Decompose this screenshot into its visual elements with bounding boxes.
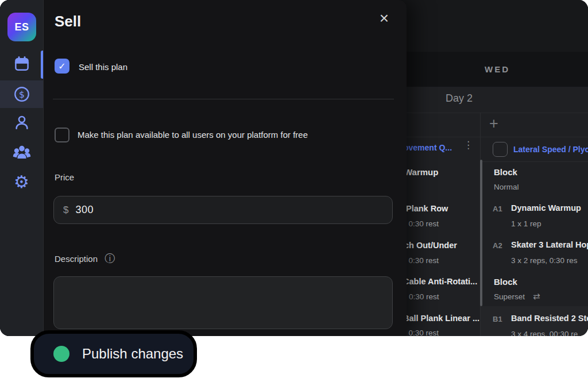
exercise-name[interactable]: Skater 3 Lateral Hop xyxy=(511,240,588,249)
svg-text:$: $ xyxy=(19,90,25,100)
info-icon[interactable]: ⓘ xyxy=(105,253,115,264)
sidebar-item-calendar[interactable] xyxy=(0,50,43,78)
sidebar-item-teams[interactable] xyxy=(0,138,43,166)
right-workout-title[interactable]: Lateral Speed / Plyo xyxy=(513,145,588,154)
right-card-header-border xyxy=(481,161,588,162)
status-dot xyxy=(53,346,69,362)
gear-icon: ⚙ xyxy=(14,173,29,191)
price-field-container: $ xyxy=(53,196,393,224)
left-workout-title[interactable]: ovement Q... xyxy=(404,143,452,152)
publish-changes-button[interactable]: Publish changes xyxy=(30,330,197,377)
exercise-tag: A1 xyxy=(493,204,502,213)
block-type: Normal xyxy=(494,183,519,191)
free-plan-label: Make this plan available to all users on… xyxy=(78,130,308,140)
scrollbar-thumb[interactable] xyxy=(480,160,482,306)
exercise-detail: 1 x 1 rep xyxy=(511,219,541,228)
day-column-header[interactable]: Day 2 xyxy=(446,92,473,105)
block-name: Block xyxy=(494,167,517,177)
exercise-detail: 3 x 4 reps, 00:30 re xyxy=(511,330,578,336)
sell-plan-checkbox[interactable]: ✓ xyxy=(55,59,69,74)
check-icon: ✓ xyxy=(58,61,65,72)
exercise-name[interactable]: Plank Row xyxy=(406,204,448,213)
avatar[interactable]: ES xyxy=(7,13,36,41)
people-icon xyxy=(13,143,31,161)
block-name: Warmup xyxy=(404,167,438,177)
exercise-detail: , 0:30 rest xyxy=(404,256,439,265)
workout-checkbox[interactable] xyxy=(493,142,508,157)
exercise-name[interactable]: Cable Anti-Rotati... xyxy=(403,277,477,286)
free-plan-checkbox[interactable] xyxy=(55,128,69,142)
exercise-detail: 3 x 2 reps, 0:30 res xyxy=(511,256,578,265)
price-label: Price xyxy=(55,172,74,182)
exercise-name[interactable]: ch Out/Under xyxy=(404,241,457,250)
block-name: Block xyxy=(494,277,517,287)
sell-plan-label: Sell this plan xyxy=(79,62,127,72)
person-icon xyxy=(13,114,30,131)
exercise-tag: A2 xyxy=(493,241,502,250)
exercise-name[interactable]: Dynamic Warmup xyxy=(511,203,581,213)
add-day-button[interactable]: + xyxy=(489,115,498,132)
block-type: Superset xyxy=(494,292,525,301)
exercise-name[interactable]: Band Resisted 2 Step xyxy=(511,314,588,323)
close-icon[interactable]: × xyxy=(375,9,393,28)
sell-modal: Sell × ✓ Sell this plan Make this plan a… xyxy=(43,0,407,336)
modal-title: Sell xyxy=(55,13,81,30)
description-label: Description xyxy=(55,254,98,264)
sidebar-item-clients[interactable] xyxy=(0,109,43,136)
sidebar-item-billing[interactable]: $ xyxy=(0,80,43,108)
app-window: WED Day 2 + ovement Q... ⋮ Warmup Plank … xyxy=(0,0,588,336)
description-label-row: Description ⓘ xyxy=(55,253,115,264)
exercise-name[interactable]: Ball Plank Linear ... xyxy=(403,314,479,323)
exercise-detail: , 0:30 rest xyxy=(404,329,439,336)
divider xyxy=(53,99,394,99)
exercise-detail: , 0:30 rest xyxy=(404,219,439,228)
calendar-icon xyxy=(13,55,30,72)
exercise-detail: 0:30 rest xyxy=(409,292,439,301)
dollar-icon: $ xyxy=(13,86,30,103)
weekday-label: WED xyxy=(485,64,510,74)
publish-changes-label: Publish changes xyxy=(82,346,183,362)
price-input[interactable] xyxy=(74,203,383,217)
exercise-tag: B1 xyxy=(493,315,502,323)
superset-repeat-icon: ⇄ xyxy=(533,291,540,302)
kebab-menu-icon[interactable]: ⋮ xyxy=(463,141,473,149)
sidebar-item-settings[interactable]: ⚙ xyxy=(0,168,43,196)
currency-symbol: $ xyxy=(63,204,68,216)
description-textarea[interactable] xyxy=(53,276,393,329)
sidebar: ES $ xyxy=(0,0,44,336)
